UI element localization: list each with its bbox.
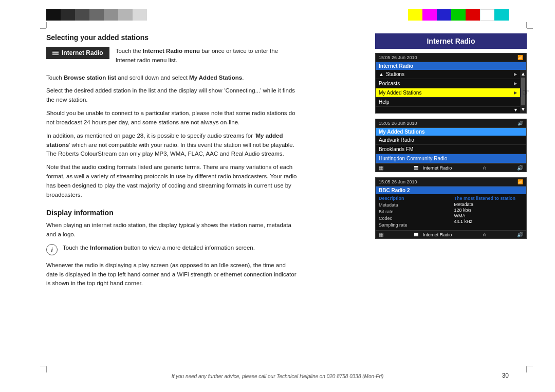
- grid-icon-2: ▦: [379, 165, 383, 171]
- value-bitrate: 128 kb/s: [454, 208, 524, 213]
- right-panel: Internet Radio 15:05 26 Jun 2010 📶 Inter…: [375, 33, 527, 361]
- info-row: i Touch the Information button to view a…: [46, 244, 298, 257]
- volume-icon-2: 🔊: [517, 165, 523, 171]
- value-codec: WMA: [454, 213, 524, 218]
- color-swatch-7: [133, 9, 147, 21]
- footer-text: If you need any further advice, please c…: [0, 374, 555, 379]
- station-brooklands: Brooklands FM: [376, 145, 526, 154]
- wifi-icon-1: 📶: [517, 55, 523, 60]
- screen-2-header: 15:05 26 Jun 2010 🔊: [376, 119, 526, 128]
- menu-item-podcasts: Podcasts ▶: [376, 79, 520, 88]
- color-yellow: [408, 9, 422, 21]
- color-magenta: [422, 9, 437, 21]
- para-formats: Note that the audio coding formats liste…: [46, 163, 298, 199]
- color-green: [451, 9, 466, 21]
- grid-icon-3: ▦: [379, 232, 383, 237]
- color-swatch-2: [61, 9, 75, 21]
- screen-3-label: Internet Radio: [414, 232, 452, 237]
- screen-2-stations: Aardvark Radio Brooklands FM Huntingdon …: [376, 136, 526, 163]
- scroll-up-btn[interactable]: ▲: [521, 71, 526, 77]
- menu-lines-small: [414, 166, 418, 170]
- para-streams: In addition, as mentioned on page 28, it…: [46, 132, 298, 159]
- scroll-down-icon: ▼: [513, 107, 520, 113]
- para-browse: Touch Browse station list and scroll dow…: [46, 73, 298, 83]
- screen-1: 15:05 26 Jun 2010 📶 Internet Radio ▲ Sta…: [375, 53, 527, 114]
- screen-3-header: 15:05 26 Jun 2010 📶: [376, 178, 526, 186]
- page-number: 30: [502, 372, 509, 379]
- hand-cursor-icon: ☞: [522, 87, 529, 97]
- screen-2-label: Internet Radio: [414, 165, 452, 171]
- value-metadata: Metadata: [454, 202, 524, 207]
- info-icon: i: [46, 244, 58, 255]
- screen-2-time: 15:05 26 Jun 2010: [379, 121, 417, 126]
- station-huntingdon: Huntingdon Community Radio: [376, 154, 526, 163]
- screen-1-menu: ▲ Stations ▶ Podcasts ▶ My Added Station…: [376, 70, 520, 113]
- color-bar-right: [408, 9, 509, 21]
- color-swatch-6: [118, 9, 133, 21]
- color-bar-left: [46, 9, 147, 21]
- ir-panel-header: Internet Radio: [375, 33, 527, 49]
- arrow-icon-1: ▶: [514, 72, 517, 77]
- screen-2-bottom: ▦ Internet Radio ⎌ 🔊: [376, 163, 526, 172]
- color-swatch-3: [75, 9, 89, 21]
- volume-icon-3: 🔊: [517, 232, 523, 237]
- info-table: Description Metadata Bit rate Codec Samp…: [376, 194, 526, 230]
- screen-1-header: 15:05 26 Jun 2010 📶: [376, 53, 526, 62]
- ir-description: Touch the Internet Radio menu bar once o…: [116, 47, 298, 65]
- color-swatch-4: [89, 9, 104, 21]
- screen-2: 15:05 26 Jun 2010 🔊 My Added Stations Aa…: [375, 119, 527, 172]
- col-title-desc: Description: [379, 196, 448, 201]
- info-text: Touch the Information button to view a m…: [63, 244, 255, 253]
- ir-button-label: Internet Radio: [62, 49, 103, 57]
- heading-display: Display information: [46, 209, 298, 217]
- heading-selecting: Selecting your added stations: [46, 33, 298, 42]
- menu-lines-icon: [52, 51, 59, 55]
- info-col-right: The most listened to station Metadata 12…: [451, 196, 527, 229]
- label-codec: Codec: [379, 215, 448, 221]
- color-red: [466, 9, 480, 21]
- color-cyan: [494, 9, 509, 21]
- para-idle: Whenever the radio is displaying a play …: [46, 261, 298, 288]
- color-white: [480, 9, 494, 21]
- menu-item-help: Help: [376, 98, 520, 107]
- back-icon-3: ⎌: [483, 232, 486, 237]
- para-unable: Should you be unable to connect to a par…: [46, 109, 298, 127]
- screen-3: 15:05 26 Jun 2010 📶 BBC Radio 2 Descript…: [375, 177, 527, 239]
- color-swatch-1: [46, 9, 61, 21]
- screen-3-bottom: ▦ Internet Radio ⎌ 🔊: [376, 230, 526, 238]
- station-aardvark: Aardvark Radio: [376, 136, 526, 145]
- col-title-most-listened: The most listened to station: [454, 196, 524, 201]
- info-col-left: Description Metadata Bit rate Codec Samp…: [376, 196, 451, 229]
- arrow-icon-3: ▶: [514, 90, 517, 95]
- menu-item-my-added: My Added Stations ▶ ☞: [376, 88, 520, 98]
- label-bitrate: Bit rate: [379, 209, 448, 215]
- screen-2-title: My Added Stations: [376, 128, 526, 136]
- menu-item-stations: ▲ Stations ▶: [376, 70, 520, 79]
- internet-radio-button[interactable]: Internet Radio: [46, 47, 109, 59]
- para-connecting: Select the desired added station in the …: [46, 86, 298, 105]
- screen-3-time: 15:05 26 Jun 2010: [379, 179, 417, 184]
- menu-lines-small-3: [414, 233, 418, 236]
- wifi-icon-3: 📶: [517, 179, 523, 184]
- screen-1-title: Internet Radio: [376, 62, 526, 70]
- screen-3-title: BBC Radio 2: [376, 186, 526, 194]
- left-panel: Selecting your added stations Internet R…: [46, 33, 298, 361]
- color-blue: [437, 9, 451, 21]
- arrow-icon-2: ▶: [514, 81, 517, 86]
- value-sampling: 44.1 kHz: [454, 219, 524, 224]
- wifi-icon-2: 🔊: [517, 121, 523, 126]
- para-display: When playing an internet radio station, …: [46, 221, 298, 239]
- label-metadata: Metadata: [379, 202, 448, 208]
- back-icon-2: ⎌: [483, 165, 486, 171]
- scroll-down-btn[interactable]: ▼: [521, 106, 526, 112]
- screen-1-content: ▲ Stations ▶ Podcasts ▶ My Added Station…: [376, 70, 526, 113]
- label-sampling: Sampling rate: [379, 222, 448, 228]
- screen-1-time: 15:05 26 Jun 2010: [379, 55, 417, 60]
- color-swatch-5: [104, 9, 118, 21]
